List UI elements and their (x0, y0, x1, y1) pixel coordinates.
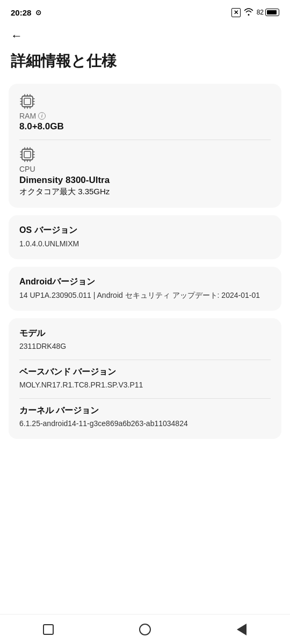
ram-label-row: RAM i (19, 112, 271, 120)
android-label: Androidバージョン (19, 276, 271, 288)
model-label: モデル (19, 328, 271, 339)
kernel-value: 6.1.25-android14-11-g3ce869a6b263-ab1103… (19, 418, 271, 429)
android-value: 14 UP1A.230905.011 | Android セキュリティ アップデ… (19, 290, 271, 301)
svg-rect-15 (24, 151, 31, 158)
ram-info-icon[interactable]: i (38, 112, 46, 120)
back-arrow-icon[interactable]: ← (11, 29, 23, 42)
kernel-label: カーネル バージョン (19, 405, 271, 416)
ram-chip-icon (19, 93, 35, 109)
svg-rect-1 (24, 98, 31, 105)
android-version-card: Androidバージョン 14 UP1A.230905.011 | Androi… (9, 267, 281, 311)
cpu-model: Dimensity 8300-Ultra (19, 175, 271, 186)
status-left: 20:28 ⊙ (11, 8, 41, 17)
kernel-section: カーネル バージョン 6.1.25-android14-11-g3ce869a6… (19, 405, 271, 429)
back-button-container[interactable]: ← (0, 24, 290, 52)
baseband-label: ベースバンド バージョン (19, 367, 271, 378)
time-display: 20:28 (11, 8, 31, 17)
location-icon: ⊙ (35, 9, 41, 17)
divider-2 (19, 360, 271, 360)
back-nav-button[interactable] (226, 619, 258, 640)
nav-bar (0, 614, 290, 644)
wifi-icon (244, 8, 253, 17)
svg-rect-0 (22, 96, 33, 107)
battery-percent: 82 (257, 9, 264, 16)
model-section: モデル 2311DRK48G (19, 328, 271, 352)
baseband-section: ベースバンド バージョン MOLY.NR17.R1.TC8.PR1.SP.V3.… (19, 367, 271, 391)
ram-label: RAM (19, 112, 36, 120)
svg-rect-14 (22, 149, 33, 160)
status-bar: 20:28 ⊙ ✕ 82 (0, 0, 290, 24)
os-value: 1.0.4.0.UNLMIXM (19, 238, 271, 250)
os-label: OS バージョン (19, 225, 271, 236)
no-sim-icon: ✕ (231, 8, 241, 17)
back-nav-icon (237, 624, 247, 635)
recent-apps-icon (43, 624, 54, 635)
chip-info-card: RAM i 8.0+8.0GB (9, 84, 281, 208)
page-title: 詳細情報と仕様 (0, 52, 290, 84)
cpu-chip-icon (19, 147, 35, 163)
cpu-label: CPU (19, 165, 271, 173)
ram-value: 8.0+8.0GB (19, 121, 271, 132)
home-icon (139, 624, 151, 635)
recent-apps-button[interactable] (32, 619, 64, 640)
ram-section: RAM i 8.0+8.0GB (19, 93, 271, 132)
model-value: 2311DRK48G (19, 341, 271, 352)
battery-icon: 82 (257, 9, 279, 16)
baseband-value: MOLY.NR17.R1.TC8.PR1.SP.V3.P11 (19, 379, 271, 391)
device-info-card: モデル 2311DRK48G ベースバンド バージョン MOLY.NR17.R1… (9, 318, 281, 439)
os-version-card: OS バージョン 1.0.4.0.UNLMIXM (9, 215, 281, 259)
home-button[interactable] (129, 619, 161, 640)
status-right: ✕ 82 (231, 8, 279, 17)
divider-1 (19, 140, 271, 140)
cpu-detail: オクタコア最大 3.35GHz (19, 187, 271, 197)
divider-3 (19, 398, 271, 399)
cpu-section: CPU Dimensity 8300-Ultra オクタコア最大 3.35GHz (19, 147, 271, 197)
